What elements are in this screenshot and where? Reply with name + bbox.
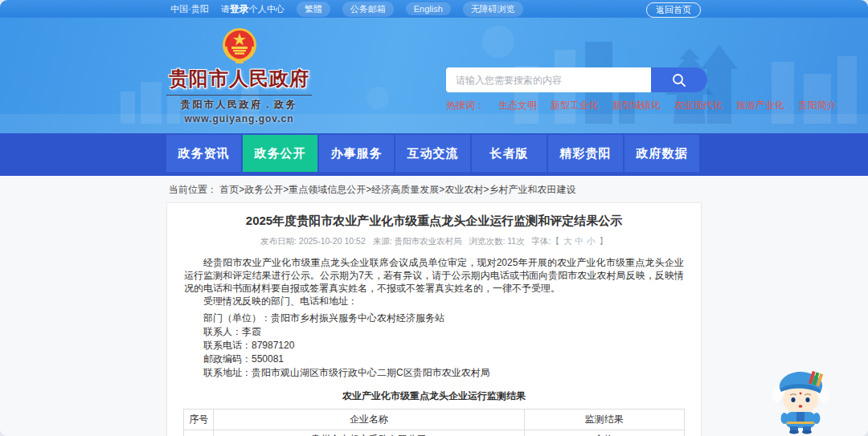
hot-search-item[interactable]: 新型城镇化 (612, 99, 661, 112)
login-link[interactable]: 请登录个人中心 (221, 2, 285, 16)
contact-person: 联系人：李霞 (184, 325, 684, 339)
nav-tab-zhengwu-zixun[interactable]: 政务资讯 (166, 135, 241, 172)
site-url: www.guiyang.gov.cn (165, 113, 313, 124)
font-size-large-button[interactable]: 大 (563, 236, 572, 246)
contact-details: 部门（单位）：贵阳市乡村振兴服务中心农村经济服务站 联系人：李霞 联系电话：87… (184, 312, 684, 380)
table-header-row: 序号 企业名称 监测结果 (184, 410, 685, 430)
view-count: 浏览次数: 11次 (469, 236, 524, 246)
nav-tab-zhengfu-shuju[interactable]: 政府数据 (624, 135, 699, 172)
accessibility-link[interactable]: 无障碍浏览 (463, 2, 523, 17)
official-mail-link[interactable]: 公务邮箱 (342, 2, 394, 17)
font-size-small-button[interactable]: 小 (587, 236, 596, 246)
site-banner: 贵阳市人民政府 贵阳市人民政府．政务 www.guiyang.gov.cn 热搜… (0, 18, 868, 133)
column-header-result: 监测结果 (524, 410, 684, 430)
article-title: 2025年度贵阳市农业产业化市级重点龙头企业运行监测和评定结果公示 (167, 214, 701, 229)
row-no: 1 (184, 430, 214, 436)
result-table-title: 农业产业化市级重点龙头企业运行监测结果 (167, 389, 701, 403)
article-body: 经贵阳市农业产业化市级重点龙头企业联席会议成员单位审定，现对2025年开展的农业… (167, 247, 701, 380)
hot-search-item[interactable]: 新型工业化 (551, 99, 599, 112)
page-content: 当前位置： 首页>政务公开>重点领域信息公开>经济高质量发展>农业农村>乡村产业… (0, 176, 868, 436)
article-paragraph: 受理情况反映的部门、电话和地址： (184, 295, 684, 308)
search-icon (671, 72, 687, 88)
monitor-result: 合格 (524, 430, 684, 436)
login-suffix: 个人中心 (249, 4, 285, 14)
guiyang-mascot[interactable] (764, 366, 837, 434)
nav-tab-jingcai-guiyang[interactable]: 精彩贵阳 (548, 135, 623, 172)
breadcrumb: 当前位置： 首页>政务公开>重点领域信息公开>经济高质量发展>农业农村>乡村产业… (169, 183, 575, 197)
hot-search-item[interactable]: 农业现代化 (674, 99, 723, 112)
contact-postcode: 邮政编码：550081 (184, 352, 684, 366)
nav-tab-zhengwu-gongkai[interactable]: 政务公开 (243, 135, 317, 172)
login-prefix: 请 (221, 4, 230, 14)
column-header-no: 序号 (184, 410, 214, 430)
font-size-label: 字体:【 (532, 236, 559, 246)
site-title: 贵阳市人民政府 (165, 66, 313, 92)
site-logo[interactable]: 贵阳市人民政府 贵阳市人民政府．政务 www.guiyang.gov.cn (165, 27, 313, 124)
nav-tab-banshi-fuwu[interactable]: 办事服务 (319, 135, 394, 172)
return-home-button[interactable]: 返回首页 (646, 2, 701, 18)
contact-address: 联系地址：贵阳市观山湖区市级行政中心二期C区贵阳市农业农村局 (184, 366, 684, 380)
table-row: 1 贵州合力超市采购有限公司 合格 (184, 430, 685, 436)
nav-tab-hudong-jiaoliu[interactable]: 互动交流 (395, 135, 470, 172)
font-size-label-close: 】 (600, 236, 608, 246)
hot-search-item[interactable]: 贵阳简介 (798, 99, 837, 112)
region-link[interactable]: 中国·贵阳 (170, 3, 209, 15)
search-button[interactable] (651, 67, 707, 92)
hot-search-row: 热搜词： 生态文明 新型工业化 新型城镇化 农业现代化 旅游产业化 贵阳简介 (446, 99, 837, 112)
company-name: 贵州合力超市采购有限公司 (214, 430, 524, 436)
column-header-company: 企业名称 (214, 410, 524, 430)
hot-search-item[interactable]: 生态文明 (498, 99, 537, 112)
search-input[interactable] (446, 67, 651, 92)
top-utility-bar: 中国·贵阳 请登录个人中心 繁體 公务邮箱 English 无障碍浏览 返回首页 (0, 0, 868, 18)
logo-divider (166, 95, 312, 96)
article-paragraph: 经贵阳市农业产业化市级重点龙头企业联席会议成员单位审定，现对2025年开展的农业… (184, 256, 684, 295)
site-subtitle: 贵阳市人民政府．政务 (165, 98, 313, 112)
monitoring-result-table: 序号 企业名称 监测结果 1 贵州合力超市采购有限公司 合格 2 贵州友禾种业有… (183, 409, 685, 436)
hot-search-item[interactable]: 旅游产业化 (736, 99, 784, 112)
breadcrumb-path[interactable]: 首页>政务公开>重点领域信息公开>经济高质量发展>农业农村>乡村产业和农田建设 (219, 184, 575, 195)
article-card: 2025年度贵阳市农业产业化市级重点龙头企业运行监测和评定结果公示 发布日期: … (166, 202, 702, 436)
publish-date: 发布日期: 2025-10-20 10:52 (260, 236, 366, 246)
english-link[interactable]: English (406, 2, 451, 15)
main-nav: 政务资讯 政务公开 办事服务 互动交流 长者版 精彩贵阳 政府数据 (0, 133, 868, 176)
search-bar (446, 67, 707, 92)
browser-page: 中国·贵阳 请登录个人中心 繁體 公务邮箱 English 无障碍浏览 返回首页 (0, 0, 868, 436)
city-skyline-decoration (0, 18, 868, 133)
national-emblem-icon (222, 27, 257, 64)
contact-phone: 联系电话：87987120 (184, 339, 684, 352)
breadcrumb-label: 当前位置： (169, 184, 217, 195)
font-size-medium-button[interactable]: 中 (575, 236, 584, 246)
nav-tab-zhangzheban[interactable]: 长者版 (472, 135, 547, 172)
article-meta: 发布日期: 2025-10-20 10:52 来源: 贵阳市农业农村局 浏览次数… (167, 236, 701, 247)
login-bold: 登录 (230, 3, 249, 14)
article-source: 来源: 贵阳市农业农村局 (373, 236, 462, 246)
hot-search-label: 热搜词： (446, 99, 485, 112)
contact-department: 部门（单位）：贵阳市乡村振兴服务中心农村经济服务站 (184, 312, 684, 325)
traditional-chinese-link[interactable]: 繁體 (297, 2, 330, 17)
